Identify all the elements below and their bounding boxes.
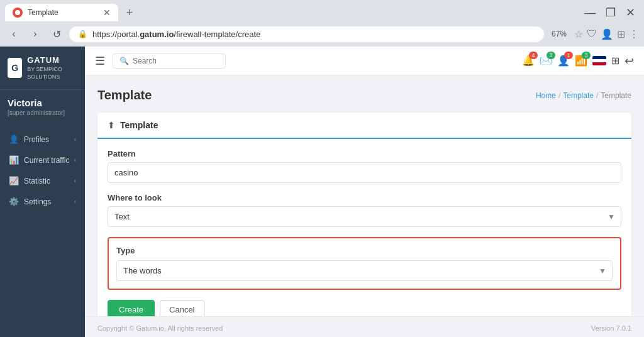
traffic-icon: 📊 xyxy=(9,155,19,165)
pattern-input[interactable] xyxy=(108,162,621,183)
url-text: https://portal.gatum.io/firewall-templat… xyxy=(92,30,260,39)
breadcrumb-sep-1: / xyxy=(558,91,560,100)
notification-badge-3[interactable]: 👤 1 xyxy=(557,55,570,67)
copyright-text: Copyright © Gatum.io. All rights reserve… xyxy=(97,324,223,332)
where-label: Where to look xyxy=(108,193,621,202)
sidebar-label-profiles: Profiles xyxy=(24,135,49,144)
type-group: Type The words Regular expression Exact … xyxy=(108,237,621,290)
where-to-look-group: Where to look Text URL Header ▼ xyxy=(108,193,621,227)
main-content: ☰ 🔍 🔔 4 ✉️ 3 👤 1 📶 xyxy=(85,47,644,337)
language-flag[interactable] xyxy=(592,56,606,65)
breadcrumb: Home / Template / Template xyxy=(536,91,631,100)
notification-badge-2[interactable]: ✉️ 3 xyxy=(540,55,552,67)
badge-count-4: 3 xyxy=(582,52,591,59)
page-footer: Copyright © Gatum.io. All rights reserve… xyxy=(85,316,644,337)
sidebar-item-statistic[interactable]: 📈 Statistic ‹ xyxy=(0,170,85,191)
notification-badge-4[interactable]: 📶 3 xyxy=(575,55,587,67)
breadcrumb-current: Template xyxy=(601,91,631,100)
extensions-icon[interactable]: ⊞ xyxy=(617,28,625,40)
page-title: Template xyxy=(97,88,152,102)
pattern-group: Pattern xyxy=(108,149,621,183)
lock-icon: 🔒 xyxy=(78,30,87,38)
logo-icon: G xyxy=(8,58,22,78)
profiles-icon: 👤 xyxy=(9,135,19,144)
sidebar-label-traffic: Current traffic xyxy=(24,156,69,165)
create-button[interactable]: Create xyxy=(108,300,155,316)
back-button[interactable]: ‹ xyxy=(5,25,23,43)
search-bar[interactable]: 🔍 xyxy=(113,53,226,69)
brand-name: GATUM xyxy=(27,55,77,66)
search-input[interactable] xyxy=(133,57,214,65)
zoom-level[interactable]: 67% xyxy=(548,28,570,40)
chevron-icon-2: ‹ xyxy=(74,157,76,163)
type-select[interactable]: The words Regular expression Exact match xyxy=(116,260,613,281)
tab-title: Template xyxy=(28,8,98,17)
sidebar-item-settings[interactable]: ⚙️ Settings ‹ xyxy=(0,191,85,212)
type-select-wrap: The words Regular expression Exact match… xyxy=(116,260,613,281)
shield-icon[interactable]: 🛡 xyxy=(587,28,597,40)
new-tab-button[interactable]: + xyxy=(121,4,138,21)
address-bar[interactable]: 🔒 https://portal.gatum.io/firewall-templ… xyxy=(69,26,544,42)
page-header: Template Home / Template / Template xyxy=(97,88,631,102)
minimize-button[interactable]: — xyxy=(580,5,599,21)
tab-close-button[interactable]: ✕ xyxy=(103,8,111,17)
sidebar: G GATUM BY SEMPICO SOLUTIONS Victoria [s… xyxy=(0,47,85,337)
svg-point-0 xyxy=(15,10,20,15)
where-select[interactable]: Text URL Header xyxy=(108,206,621,227)
where-select-wrap: Text URL Header ▼ xyxy=(108,206,621,227)
browser-tab[interactable]: Template ✕ xyxy=(5,4,118,21)
notification-badge-1[interactable]: 🔔 4 xyxy=(522,55,535,67)
topbar-icons: 🔔 4 ✉️ 3 👤 1 📶 3 ⊞ ↩ xyxy=(522,54,634,68)
breadcrumb-template[interactable]: Template xyxy=(563,91,594,100)
sidebar-label-settings: Settings xyxy=(24,197,51,206)
sidebar-label-statistic: Statistic xyxy=(24,177,50,185)
restore-button[interactable]: ❐ xyxy=(602,4,619,21)
badge-count-1: 4 xyxy=(529,52,538,59)
menu-toggle[interactable]: ☰ xyxy=(95,54,105,68)
menu-icon[interactable]: ⋮ xyxy=(629,28,639,40)
badge-count-3: 1 xyxy=(564,52,573,59)
profile-icon[interactable]: 👤 xyxy=(601,28,613,40)
grid-icon[interactable]: ⊞ xyxy=(611,55,619,67)
sidebar-item-profiles[interactable]: 👤 Profiles ‹ xyxy=(0,129,85,150)
bookmark-icon[interactable]: ☆ xyxy=(574,28,583,40)
chevron-icon-4: ‹ xyxy=(74,198,76,205)
settings-icon: ⚙️ xyxy=(9,197,19,206)
sidebar-user: Victoria [super administrator] xyxy=(0,90,85,124)
form-actions: Create Cancel xyxy=(108,300,621,316)
forward-button[interactable]: › xyxy=(26,25,44,43)
version-text: Version 7.0.1 xyxy=(591,324,631,332)
pattern-label: Pattern xyxy=(108,149,621,158)
form-card-header: ⬆ Template xyxy=(97,113,631,139)
form-card: ⬆ Template Pattern Where to look Text UR xyxy=(97,113,631,316)
username: Victoria xyxy=(8,97,77,108)
badge-count-2: 3 xyxy=(547,52,555,59)
tab-favicon xyxy=(13,8,23,18)
form-card-body: Pattern Where to look Text URL Header ▼ xyxy=(97,139,631,316)
close-button[interactable]: ✕ xyxy=(622,4,639,21)
logout-icon[interactable]: ↩ xyxy=(625,54,634,68)
chevron-icon-3: ‹ xyxy=(74,177,76,184)
brand-sub: BY SEMPICO SOLUTIONS xyxy=(27,66,77,80)
topbar: ☰ 🔍 🔔 4 ✉️ 3 👤 1 📶 xyxy=(85,47,644,75)
reload-button[interactable]: ↺ xyxy=(48,25,65,43)
breadcrumb-sep-2: / xyxy=(596,91,598,100)
window-controls: — ❐ ✕ xyxy=(580,4,639,21)
sidebar-logo: G GATUM BY SEMPICO SOLUTIONS xyxy=(0,47,85,90)
upload-icon: ⬆ xyxy=(108,120,115,130)
sidebar-item-current-traffic[interactable]: 📊 Current traffic ‹ xyxy=(0,150,85,170)
form-card-title: Template xyxy=(120,120,158,130)
search-icon: 🔍 xyxy=(119,57,129,65)
app-container: G GATUM BY SEMPICO SOLUTIONS Victoria [s… xyxy=(0,47,644,337)
statistic-icon: 📈 xyxy=(9,176,19,185)
browser-toolbar: ‹ › ↺ 🔒 https://portal.gatum.io/firewall… xyxy=(0,21,644,47)
logo-text: GATUM BY SEMPICO SOLUTIONS xyxy=(27,55,77,80)
type-label: Type xyxy=(116,246,613,255)
breadcrumb-home[interactable]: Home xyxy=(536,91,556,100)
sidebar-nav: 👤 Profiles ‹ 📊 Current traffic ‹ 📈 Stati… xyxy=(0,124,85,337)
user-role: [super administrator] xyxy=(8,109,77,116)
cancel-button[interactable]: Cancel xyxy=(160,300,204,316)
page-area: Template Home / Template / Template ⬆ Te… xyxy=(85,75,644,316)
chevron-icon: ‹ xyxy=(74,136,76,143)
